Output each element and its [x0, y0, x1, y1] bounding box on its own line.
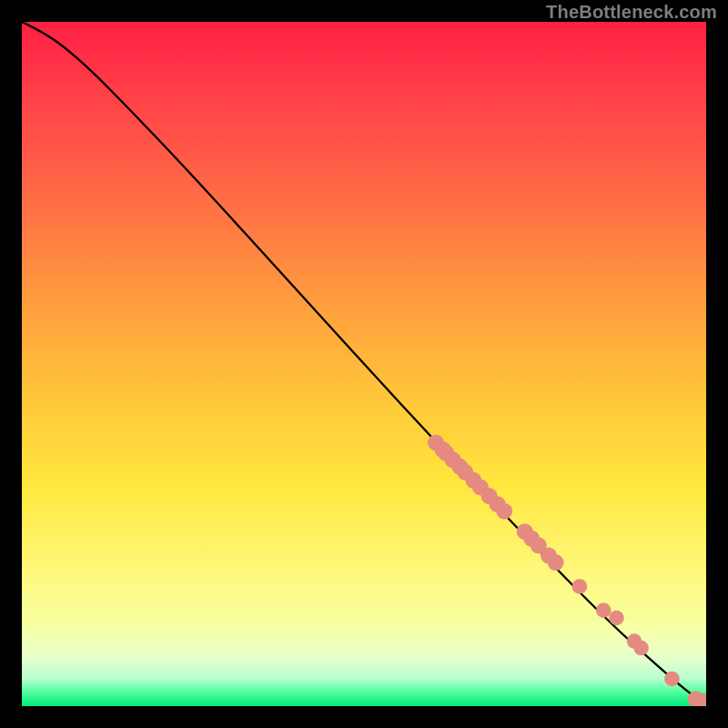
scatter-dot — [490, 496, 506, 512]
scatter-dot — [572, 579, 588, 594]
scatter-dot — [465, 472, 481, 489]
scatter-dot — [523, 531, 540, 547]
scatter-dot — [664, 672, 680, 687]
scatter-dot — [445, 451, 461, 468]
scatter-dot — [472, 479, 489, 495]
scatter-dot — [693, 693, 706, 706]
scatter-dot — [541, 548, 557, 564]
scatter-dot — [609, 611, 624, 626]
scatter-dot — [457, 464, 473, 480]
plot-area — [22, 22, 706, 706]
scatter-dot — [428, 434, 444, 450]
scatter-dot — [517, 523, 533, 540]
scatter-dot — [627, 633, 642, 649]
chart-stage: TheBottleneck.com — [0, 0, 728, 728]
scatter-dot — [633, 641, 649, 656]
scatter-dot — [438, 445, 454, 461]
bottleneck-curve — [22, 22, 706, 706]
scatter-dot — [688, 691, 704, 706]
scatter-dot — [496, 503, 512, 520]
chart-svg — [22, 22, 706, 706]
scatter-dot — [548, 554, 564, 571]
scatter-dot — [434, 441, 450, 458]
scatter-dot — [596, 602, 612, 618]
watermark-text: TheBottleneck.com — [546, 2, 717, 23]
scatter-dot — [531, 537, 547, 553]
scatter-dot — [481, 488, 498, 504]
scatter-dots-group — [428, 434, 706, 706]
scatter-dot — [451, 459, 468, 475]
